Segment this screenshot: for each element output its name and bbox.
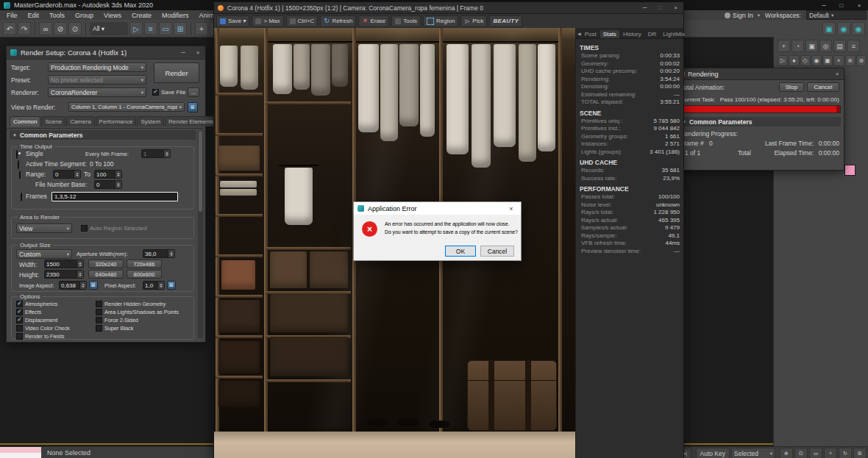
render-setup-titlebar[interactable]: Render Setup: Corona 4 (Hotfix 1) ─ × <box>7 46 205 60</box>
workspaces-dropdown[interactable]: Default ▾ <box>806 10 867 20</box>
tools-button[interactable]: Tools <box>391 15 421 27</box>
menu-item[interactable]: Group <box>70 12 99 19</box>
maxscript-mini-listener[interactable] <box>0 447 41 458</box>
region-button[interactable]: Region <box>423 15 458 27</box>
minimize-button[interactable]: ─ <box>815 0 833 10</box>
rendered-frame-window-icon[interactable]: ◉ <box>837 22 850 35</box>
image-aspect-lock-button[interactable]: ⊠ <box>89 281 98 290</box>
save-file-checkbox[interactable]: ✓ Save File <box>152 89 185 96</box>
spinner-arrows[interactable] <box>77 271 83 278</box>
spinner-arrows[interactable] <box>74 171 80 178</box>
preset-320x240-button[interactable]: 320x240 <box>88 260 124 268</box>
bind-to-space-warp-icon[interactable]: ⊙ <box>68 22 82 35</box>
image-aspect-spinner[interactable]: 0,638 <box>59 281 87 290</box>
refresh-button[interactable]: ↻ Refresh <box>320 15 356 27</box>
common-parameters-rollout[interactable]: ▼ Common Parameters <box>679 117 841 126</box>
collapse-panel-icon[interactable]: ◀ <box>577 28 581 38</box>
minimize-button[interactable]: ─ <box>637 2 652 13</box>
lights-icon[interactable]: ◉ <box>811 55 822 66</box>
scrollbar-thumb[interactable] <box>199 131 202 212</box>
single-radio[interactable] <box>16 150 18 159</box>
option-checkbox[interactable]: ✓ Super Black <box>96 324 193 332</box>
vfb-panel-tab[interactable]: DR <box>645 30 660 38</box>
select-icon[interactable]: ▷ <box>778 55 788 66</box>
copy-button[interactable]: Ctrl+C <box>286 15 319 27</box>
option-checkbox[interactable]: ✓ Area Lights/Shadows as Points <box>96 308 193 315</box>
width-spinner[interactable]: 1500 <box>44 260 84 268</box>
vfb-panel-tab[interactable]: Stats <box>600 30 619 38</box>
render-setup-tab[interactable]: System <box>137 116 164 126</box>
maximize-button[interactable]: □ <box>833 0 850 10</box>
spinner-arrows[interactable] <box>79 282 86 289</box>
render-setup-tab[interactable]: Common <box>10 116 40 126</box>
view-to-render-dropdown[interactable]: Column 1, Column 1 - CoronaCamera_ropa f… <box>68 102 185 112</box>
file-number-base-spinner[interactable]: 0 <box>94 180 122 189</box>
stop-button[interactable]: Stop <box>779 82 804 92</box>
option-checkbox[interactable]: ✓ Render to Fields <box>16 332 93 340</box>
spinner-arrows[interactable] <box>115 181 121 188</box>
space-warps-icon[interactable]: ≋ <box>845 55 855 66</box>
rectangular-selection-region-icon[interactable]: ▭ <box>159 22 172 35</box>
send-to-max-button[interactable]: > Max <box>252 15 283 27</box>
window-crossing-icon[interactable]: ⊞ <box>174 22 187 35</box>
spinner-arrows[interactable] <box>168 250 174 257</box>
close-button[interactable]: × <box>668 2 683 13</box>
save-button[interactable]: Save ▾ <box>216 15 249 27</box>
render-setup-tab[interactable]: Scene <box>41 116 65 126</box>
spinner-arrows[interactable] <box>115 171 121 178</box>
preset-800x600-button[interactable]: 800x600 <box>127 270 162 279</box>
close-button[interactable]: × <box>830 68 844 79</box>
geometry-icon[interactable]: ● <box>789 55 799 66</box>
pixel-aspect-lock-button[interactable]: ⊠ <box>167 281 176 290</box>
menu-item[interactable]: Tools <box>44 12 70 19</box>
select-and-move-icon[interactable]: + <box>195 22 208 35</box>
zoom-extents-icon[interactable]: ⊡ <box>794 448 808 458</box>
render-setup-tab[interactable]: Camera <box>66 116 94 126</box>
auto-region-checkbox[interactable]: ✓ Auto Region Selected <box>81 225 146 232</box>
select-and-link-icon[interactable]: ∞ <box>39 22 52 35</box>
pan-icon[interactable]: + <box>824 448 837 458</box>
redo-icon[interactable]: ↷ <box>18 22 31 35</box>
spinner-arrows[interactable] <box>77 260 83 268</box>
auto-key-button[interactable]: Auto Key <box>696 448 730 458</box>
cancel-button[interactable]: Cancel <box>480 246 514 257</box>
vfb-panel-tab[interactable]: Post <box>582 30 600 38</box>
menu-item[interactable]: Modifiers <box>157 12 194 19</box>
render-setup-icon[interactable]: ▣ <box>822 22 836 35</box>
option-checkbox[interactable]: ✓ Atmospherics <box>16 300 93 307</box>
range-from-spinner[interactable]: 0 <box>53 170 81 179</box>
save-file-browse-button[interactable]: ... <box>188 87 199 97</box>
output-size-dropdown[interactable]: Custom ▾ <box>16 249 72 259</box>
vfb-panel-tab[interactable]: LightMix <box>660 30 688 38</box>
close-button[interactable]: × <box>502 202 521 215</box>
menu-item[interactable]: Edit <box>23 12 45 19</box>
beauty-element-dropdown[interactable]: BEAUTY <box>489 15 522 27</box>
rendering-dialog-titlebar[interactable]: Rendering × <box>676 68 844 80</box>
frames-radio[interactable] <box>21 193 22 201</box>
nth-frame-spinner[interactable]: 1 <box>141 149 171 158</box>
area-to-render-dropdown[interactable]: View ▾ <box>16 223 72 233</box>
preset-720x486-button[interactable]: 720x486 <box>127 260 162 268</box>
aperture-width-spinner[interactable]: 36,0 <box>143 249 175 258</box>
error-dialog-titlebar[interactable]: Application Error × <box>354 202 521 215</box>
renderer-dropdown[interactable]: CoronaRenderer ▾ <box>48 87 146 97</box>
preset-640x480-button[interactable]: 640x480 <box>88 270 124 279</box>
scrollbar[interactable] <box>198 130 203 338</box>
undo-icon[interactable]: ↶ <box>3 22 16 35</box>
ok-button[interactable]: OK <box>445 246 476 257</box>
vfb-panel-tab[interactable]: History <box>620 30 644 38</box>
systems-icon[interactable]: ⊛ <box>856 55 867 66</box>
menu-item[interactable]: Create <box>127 12 157 19</box>
render-setup-tab[interactable]: Performance <box>96 116 137 126</box>
render-button[interactable]: Render <box>154 62 199 83</box>
cancel-button[interactable]: Cancel <box>807 82 839 92</box>
helpers-icon[interactable]: ⌖ <box>833 55 844 66</box>
viewport-lock-button[interactable]: ⊠ <box>188 102 198 112</box>
close-button[interactable]: × <box>850 0 868 10</box>
maximize-viewport-icon[interactable]: ⊞ <box>853 448 867 458</box>
option-checkbox[interactable]: ✓ Displacement <box>16 316 93 323</box>
selection-filter-dropdown[interactable]: All ▾ <box>90 22 128 35</box>
range-to-spinner[interactable]: 100 <box>94 170 122 179</box>
spinner-arrows[interactable] <box>157 282 164 289</box>
option-checkbox[interactable]: ✓ Render Hidden Geometry <box>96 300 193 307</box>
